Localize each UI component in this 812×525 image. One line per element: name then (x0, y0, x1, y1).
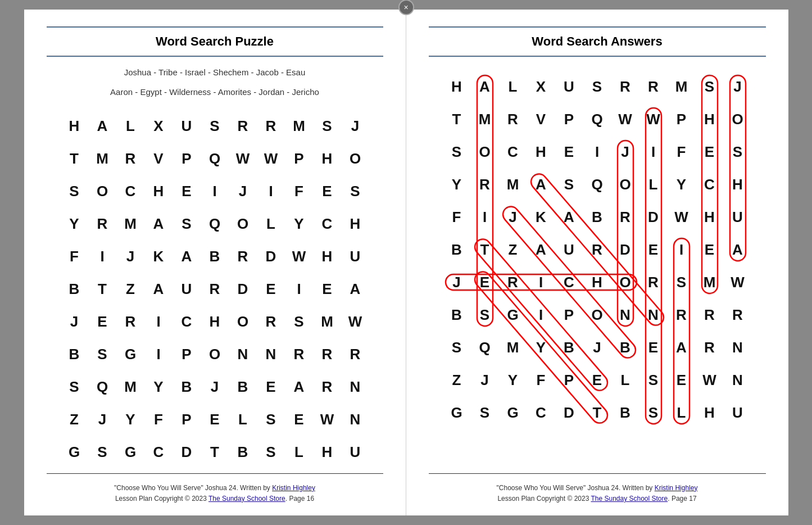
grid-cell: S (88, 436, 116, 468)
answer-grid-cell: C (696, 168, 724, 201)
grid-cell: X (144, 110, 173, 142)
answer-grid-cell: N (611, 298, 639, 331)
bottom-divider-left (47, 56, 383, 57)
grid-cell: Q (88, 370, 116, 403)
answer-grid-cell: R (499, 266, 527, 298)
answer-grid-cell: J (724, 70, 752, 103)
grid-cell: R (341, 338, 369, 370)
grid-cell: R (257, 110, 285, 142)
grid-cell: H (313, 240, 341, 273)
grid-cell: L (257, 207, 285, 240)
answer-grid-cell: I (471, 201, 499, 233)
answer-grid-cell: R (611, 70, 639, 103)
answer-grid-cell: H (724, 168, 752, 201)
answer-grid-cell: A (527, 233, 555, 266)
grid-cell: H (341, 207, 369, 240)
grid-cell: V (144, 142, 173, 175)
answer-grid-cell: G (499, 298, 527, 331)
answer-grid-cell: E (471, 266, 499, 298)
grid-cell: S (341, 175, 369, 207)
grid-cell: C (144, 436, 173, 468)
answer-grid-cell: C (499, 135, 527, 168)
grid-cell: L (229, 403, 257, 436)
top-divider-right (429, 26, 766, 28)
answer-grid-cell: F (443, 201, 471, 233)
grid-cell: F (60, 240, 88, 273)
grid-cell: T (88, 273, 116, 305)
answer-grid-cell: K (527, 201, 555, 233)
grid-cell: A (144, 207, 173, 240)
answer-grid-cell: L (639, 168, 668, 201)
answer-grid-cell: T (443, 103, 471, 135)
grid-cell: A (88, 110, 116, 142)
answer-grid-cell: S (583, 70, 611, 103)
grid-cell: R (257, 305, 285, 338)
answer-grid-cell: H (527, 135, 555, 168)
grid-cell: I (88, 240, 116, 273)
grid-cell: B (229, 436, 257, 468)
grid-cell: B (60, 338, 88, 370)
grid-cell: J (60, 305, 88, 338)
grid-cell: E (201, 403, 229, 436)
grid-cell: O (229, 207, 257, 240)
grid-cell: B (201, 240, 229, 273)
grid-cell: Q (201, 142, 229, 175)
answer-grid-cell: U (555, 70, 583, 103)
grid-cell: O (201, 338, 229, 370)
grid-cell: S (60, 370, 88, 403)
answer-grid-cell: D (639, 201, 668, 233)
answer-grid-cell: I (527, 266, 555, 298)
answer-grid-cell: T (471, 233, 499, 266)
grid-cell: S (257, 403, 285, 436)
grid-cell: H (313, 142, 341, 175)
answer-grid-cell: B (443, 233, 471, 266)
grid-cell: N (257, 338, 285, 370)
answer-grid-cell: Q (583, 103, 611, 135)
answer-grid-cell: F (668, 135, 696, 168)
answer-grid-cell: B (583, 201, 611, 233)
answer-grid-cell: J (611, 135, 639, 168)
answer-grid-cell: B (611, 331, 639, 364)
answer-grid-cell: P (555, 364, 583, 396)
grid-cell: T (60, 142, 88, 175)
answer-grid-cell: Q (583, 168, 611, 201)
left-store-link[interactable]: The Sunday School Store (208, 495, 285, 503)
close-button[interactable]: × (398, 0, 414, 15)
answer-grid-cell: Y (527, 331, 555, 364)
answer-grid-cell: Y (443, 168, 471, 201)
answer-grid-cell: G (499, 396, 527, 429)
grid-cell: B (173, 370, 201, 403)
right-store-link[interactable]: The Sunday School Store (591, 495, 668, 503)
left-author-link[interactable]: Kristin Highley (272, 484, 315, 492)
answer-grid-cell: V (527, 103, 555, 135)
grid-cell: G (60, 436, 88, 468)
grid-cell: I (257, 175, 285, 207)
grid-cell: M (313, 305, 341, 338)
answer-grid-cell: P (668, 103, 696, 135)
answer-grid-cell: A (724, 233, 752, 266)
answer-grid-cell: A (555, 201, 583, 233)
bottom-divider-right (429, 56, 766, 57)
answer-grid-cell: H (696, 201, 724, 233)
answer-grid-cell: C (527, 396, 555, 429)
grid-cell: R (229, 240, 257, 273)
grid-cell: J (341, 110, 369, 142)
answer-grid-cell: E (555, 135, 583, 168)
grid-cell: S (60, 175, 88, 207)
grid-cell: M (116, 370, 144, 403)
answer-grid-cell: W (611, 103, 639, 135)
answer-grid-cell: M (499, 168, 527, 201)
answer-grid-cell: X (527, 70, 555, 103)
grid-cell: A (341, 273, 369, 305)
right-author-link[interactable]: Kristin Highley (655, 484, 698, 492)
grid-cell: W (313, 403, 341, 436)
answer-grid-cell: H (443, 70, 471, 103)
answer-grid-cell: R (696, 331, 724, 364)
answer-grid-cell: H (583, 266, 611, 298)
answer-grid-cell: J (583, 331, 611, 364)
answer-grid-cell: E (668, 364, 696, 396)
grid-cell: B (229, 370, 257, 403)
grid-cell: Y (60, 207, 88, 240)
grid-cell: W (257, 142, 285, 175)
word-list-1: Joshua - Tribe - Israel - Shechem - Jaco… (124, 65, 306, 80)
